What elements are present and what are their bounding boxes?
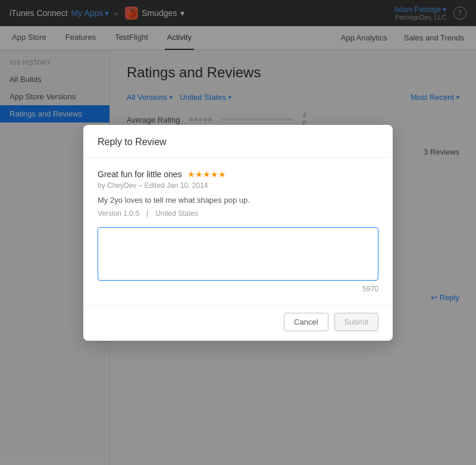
dialog-footer: Cancel Submit (83, 305, 393, 341)
dialog-body: Great fun for little ones ★★★★★ by CheyD… (83, 158, 393, 305)
dialog-review-body: My 2yo loves to tell me what shapes pop … (98, 196, 378, 205)
reply-textarea[interactable] (98, 227, 378, 281)
dialog-overlay: Reply to Review Great fun for little one… (0, 0, 476, 465)
dialog-review: Great fun for little ones ★★★★★ by CheyD… (98, 169, 378, 218)
dialog-title: Reply to Review (98, 137, 378, 147)
submit-button[interactable]: Submit (334, 313, 378, 331)
dialog-review-title: Great fun for little ones (98, 169, 182, 179)
dialog-textarea-wrap: 5970 (98, 227, 378, 293)
char-count: 5970 (98, 285, 378, 293)
reply-dialog: Reply to Review Great fun for little one… (83, 125, 393, 341)
dialog-review-author: by CheyDev – Edited Jan 10, 2014 (98, 181, 378, 190)
dialog-review-stars: ★★★★★ (187, 169, 226, 179)
dialog-review-meta: Version 1.0.5 | United States (98, 209, 378, 218)
dialog-header: Reply to Review (83, 125, 393, 158)
cancel-button[interactable]: Cancel (284, 313, 328, 331)
